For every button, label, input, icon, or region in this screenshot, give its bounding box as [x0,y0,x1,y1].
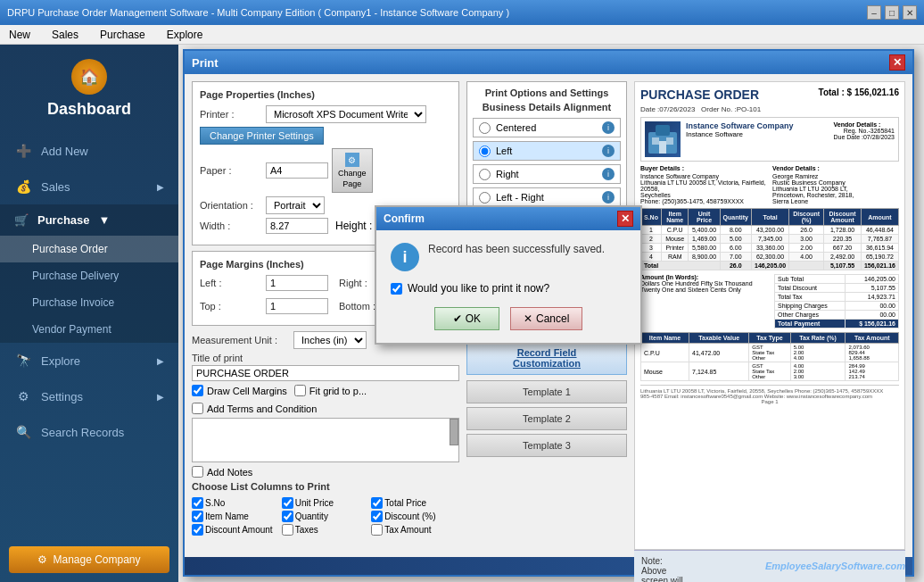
left-label: Left : [200,278,262,288]
alignment-right[interactable]: Right i [473,164,621,184]
measurement-select[interactable]: Inches (in) [293,331,367,349]
left-right-info-icon[interactable]: i [602,191,615,204]
col-total-price[interactable]: Total Price [371,497,459,509]
po-tax-table: Item Name Taxable Value Tax Type Tax Rat… [640,332,899,381]
alignment-left-right[interactable]: Left - Right i [473,187,621,207]
col-discount-amount[interactable]: Discount Amount [192,524,280,536]
sidebar-item-search-records[interactable]: 🔍 Search Records [0,414,178,450]
confirm-cancel-button[interactable]: ✕ Cancel [510,307,582,330]
centered-info-icon[interactable]: i [602,121,615,134]
draw-cell-margins-check[interactable]: Draw Cell Margins [192,385,287,396]
manage-company-button[interactable]: ⚙ Manage Company [9,546,169,573]
ok-check-icon: ✔ [453,312,462,325]
change-page-button[interactable]: ⚙ Change Page [332,148,373,193]
choose-columns-title: Choose List Columns to Print [192,481,459,492]
alignment-centered[interactable]: Centered i [473,118,621,137]
change-printer-settings-button[interactable]: Change Printer Settings [200,127,324,145]
printer-row: Printer : Microsoft XPS Document Write [200,105,451,123]
right-info-icon[interactable]: i [602,168,615,180]
height-label: Height : [335,220,372,232]
summary-row: Total Tax14,923.71 [775,293,899,302]
width-input[interactable] [266,218,328,234]
sidebar-item-purchase-delivery[interactable]: Purchase Delivery [0,262,178,289]
printer-select[interactable]: Microsoft XPS Document Write [266,105,426,123]
alignment-left[interactable]: Left i [473,141,621,161]
settings-arrow-icon: ▶ [157,392,164,402]
record-field-customization-button[interactable]: Record Field Customization [466,341,627,375]
preview-note: Note: Above screen will show only first … [641,556,683,582]
sidebar-item-purchase-order[interactable]: Purchase Order [0,236,178,262]
close-window-button[interactable]: ✕ [903,5,917,20]
sidebar-title: Dashboard [11,100,168,119]
po-footer: Lithuania LT LTU 20058 LT, Victoria, Fai… [640,385,899,404]
col-unit-price[interactable]: Unit Price [282,497,370,509]
company-logo [645,121,681,157]
template-1-button[interactable]: Template 1 [466,380,627,403]
print-dialog-title: Print [192,56,219,70]
col-sno[interactable]: S.No [192,497,280,509]
menu-new[interactable]: New [4,27,36,43]
window-controls[interactable]: – □ ✕ [867,5,917,20]
confirm-icon-row: i Record has been successfully saved. [391,243,626,271]
top-margin-input[interactable] [266,298,328,314]
confirm-buttons: ✔ OK ✕ Cancel [391,307,626,330]
table-row: 2Mouse1,469.005.007,345.003.00220.357,76… [641,235,899,244]
change-page-icon: ⚙ [345,153,359,167]
po-details: Buyer Details : Instance Software Compan… [640,165,899,204]
print-options-title-line1: Print Options and Settings [473,87,621,98]
sidebar-item-explore[interactable]: 🔭 Explore ▶ [0,343,178,378]
title-of-print-input[interactable] [192,365,459,381]
preview-area: PURCHASE ORDER Total : $ 156,021.16 Date… [634,81,905,550]
confirm-dialog-close-button[interactable]: ✕ [617,211,633,227]
sidebar-item-settings[interactable]: ⚙ Settings ▶ [0,378,178,414]
sidebar-item-vendor-payment[interactable]: Vendor Payment [0,316,178,343]
confirm-ok-button[interactable]: ✔ OK [434,307,499,330]
sidebar-item-purchase-invoice[interactable]: Purchase Invoice [0,289,178,316]
left-margin-input[interactable] [266,275,328,291]
total-payment-row: Total Payment$ 156,021.16 [775,320,899,328]
print-dialog-close-button[interactable]: ✕ [889,54,905,71]
col-taxes[interactable]: Taxes [282,524,370,536]
add-notes-check[interactable]: Add Notes [192,466,459,478]
add-terms-check[interactable]: Add Terms and Condition [192,403,459,414]
sidebar-item-purchase[interactable]: 🛒 Purchase ▼ [0,204,178,236]
col-item-name[interactable]: Item Name [192,511,280,522]
confirm-checkbox[interactable] [391,283,402,295]
sidebar-logo-icon: 🏠 [71,59,107,95]
menu-sales[interactable]: Sales [46,27,84,43]
minimize-button[interactable]: – [867,5,881,20]
columns-section: Choose List Columns to Print S.No Unit P… [192,481,459,536]
buyer-details-col: Buyer Details : Instance Software Compan… [640,165,767,204]
fit-grid-check[interactable]: Fit grid to p... [294,385,367,396]
cancel-x-icon: ✕ [524,312,532,325]
app-title: DRPU Purchase Order Management Software … [7,7,509,18]
main-layout: 🏠 Dashboard ➕ Add New 💰 Sales ▶ 🛒 Purcha… [0,45,924,582]
template-2-button[interactable]: Template 2 [466,407,627,430]
orientation-select[interactable]: Portrait [266,196,325,214]
paper-input[interactable] [266,162,328,179]
purchase-icon: 🛒 [14,213,29,227]
col-discount-pct[interactable]: Discount (%) [371,511,459,522]
sidebar-item-sales[interactable]: 💰 Sales ▶ [0,169,178,204]
confirm-question: Would you like to print it now? [408,282,549,295]
menu-purchase[interactable]: Purchase [95,27,151,43]
cell-options-row: Draw Cell Margins Fit grid to p... [192,385,459,399]
col-tax-amount[interactable]: Tax Amount [371,524,459,536]
company-info: Instance Software Company Instance Softw… [686,121,794,138]
maximize-button[interactable]: □ [885,5,899,20]
summary-row: Total Discount5,107.55 [775,284,899,293]
sidebar-item-add-new[interactable]: ➕ Add New [0,133,178,169]
confirm-dialog: Confirm ✕ i Record has been successfully… [375,205,642,345]
title-of-print-label: Title of print [192,353,459,363]
sidebar-nav: ➕ Add New 💰 Sales ▶ 🛒 Purchase ▼ Purchas… [0,133,178,537]
print-options-title-line2: Business Details Alignment [473,102,621,112]
template-3-button[interactable]: Template 3 [466,434,627,457]
menu-explore[interactable]: Explore [161,27,209,43]
explore-icon: 🔭 [14,352,32,370]
po-header: PURCHASE ORDER Total : $ 156,021.16 [640,87,899,102]
left-info-icon[interactable]: i [602,145,615,157]
col-quantity[interactable]: Quantity [282,511,370,522]
amount-words: Amount (In Words): Dollars One Hundred F… [640,274,769,328]
paper-row: Paper : ⚙ Change Page [200,148,451,193]
scrollbar-thumb[interactable] [450,419,458,445]
